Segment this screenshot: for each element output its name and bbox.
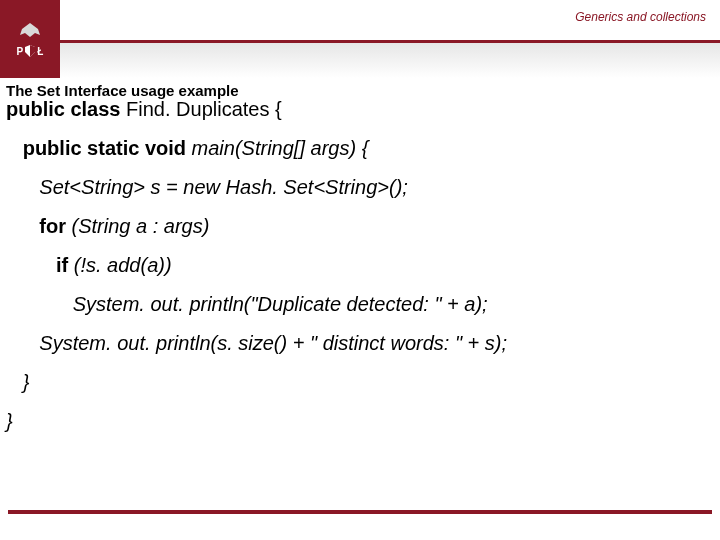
code-line: System. out. println("Duplicate detected…: [6, 293, 714, 316]
institution-logo: P Ł: [0, 0, 60, 78]
code-block: public class Find. Duplicates { public s…: [6, 98, 714, 449]
header-topic: Generics and collections: [575, 10, 706, 24]
code-line: if (!s. add(a)): [6, 254, 714, 277]
slide-title: The Set Interface usage example: [6, 82, 239, 99]
code-line: Set<String> s = new Hash. Set<String>();: [6, 176, 714, 199]
code-line: }: [6, 371, 714, 394]
header-gradient: [60, 43, 720, 78]
code-line: for (String a : args): [6, 215, 714, 238]
code-line: public static void main(String[] args) {: [6, 137, 714, 160]
code-line: }: [6, 410, 714, 433]
header-band: P Ł Generics and collections: [0, 0, 720, 78]
logo-letter-right: Ł: [37, 46, 43, 57]
logo-letters: P Ł: [17, 45, 44, 57]
logo-letter-left: P: [17, 46, 24, 57]
shield-icon: [25, 45, 35, 57]
code-line: public class Find. Duplicates {: [6, 98, 714, 121]
code-line: System. out. println(s. size() + " disti…: [6, 332, 714, 355]
footer-rule: [8, 510, 712, 514]
eagle-icon: [18, 21, 42, 39]
